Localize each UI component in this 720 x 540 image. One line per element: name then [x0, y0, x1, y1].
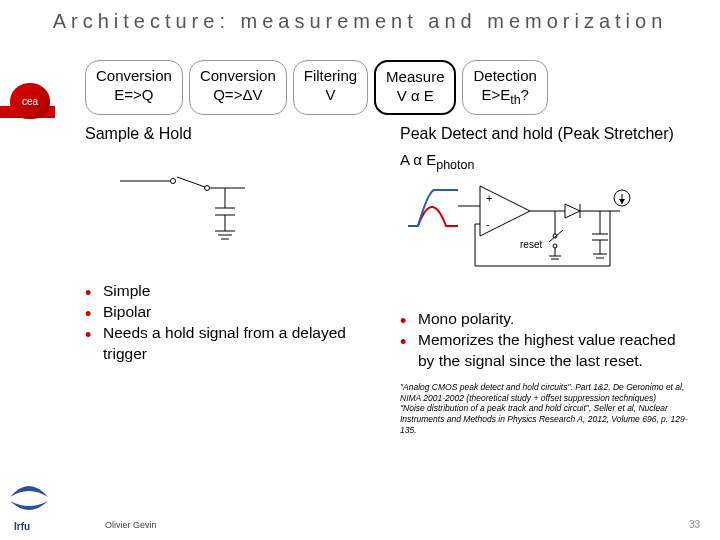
footer-author: Olivier Gevin [105, 520, 157, 530]
bullet-item: Bipolar [85, 302, 380, 323]
pipeline-block: DetectionE>Eth? [462, 60, 547, 115]
slide-title: Architecture: measurement and memorizati… [0, 10, 720, 33]
irfu-logo-icon [5, 467, 53, 515]
irfu-logo-text: Irfu [14, 521, 30, 532]
left-bullet-list: SimpleBipolarNeeds a hold signal from a … [85, 281, 380, 365]
svg-line-34 [549, 230, 563, 242]
formula-text: A α Ephoton [400, 151, 695, 172]
left-heading: Sample & Hold [85, 125, 380, 143]
sample-hold-circuit-icon [115, 163, 255, 253]
bullet-item: Needs a hold signal from a delayed trigg… [85, 323, 380, 365]
svg-text:-: - [486, 218, 490, 230]
svg-point-2 [171, 179, 176, 184]
right-bullet-list: Mono polarity.Memorizes the highest valu… [400, 309, 695, 372]
bullet-item: Mono polarity. [400, 309, 695, 330]
pipeline-block: MeasureV α E [374, 60, 456, 115]
pipeline-block: ConversionQ=>ΔV [189, 60, 287, 115]
bullet-item: Simple [85, 281, 380, 302]
svg-point-3 [205, 186, 210, 191]
references: "Analog CMOS peak detect and hold circui… [400, 382, 695, 435]
right-heading: Peak Detect and hold (Peak Stretcher) [400, 125, 695, 143]
peak-detect-circuit-icon: + - [400, 176, 640, 281]
page-number: 33 [689, 519, 700, 530]
svg-text:reset: reset [520, 239, 542, 250]
pipeline-row: ConversionE=>QConversionQ=>ΔVFilteringVM… [85, 60, 695, 115]
cea-logo-icon: cea [10, 83, 50, 119]
svg-line-1 [177, 177, 205, 187]
pipeline-block: ConversionE=>Q [85, 60, 183, 115]
svg-point-36 [553, 244, 557, 248]
svg-marker-17 [565, 204, 580, 218]
pipeline-block: FilteringV [293, 60, 368, 115]
svg-text:+: + [486, 192, 492, 204]
bullet-item: Memorizes the highest value reached by t… [400, 330, 695, 372]
